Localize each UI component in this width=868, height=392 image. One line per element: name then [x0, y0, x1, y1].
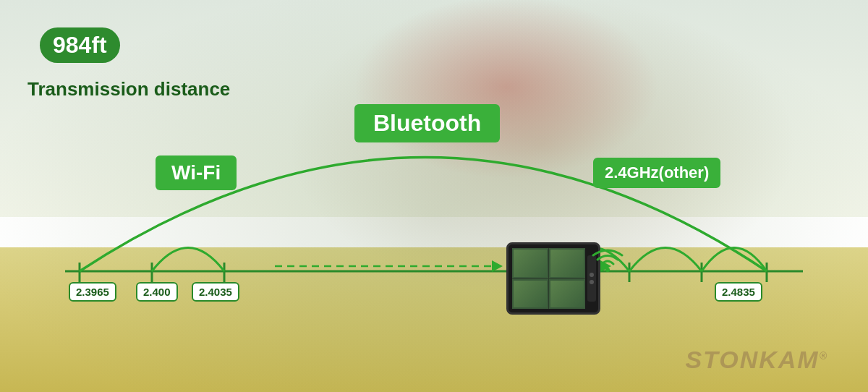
ghz-other-label: 2.4GHz(other) [593, 158, 720, 188]
brand-watermark: STONKAM® [685, 346, 828, 374]
wifi-label: Wi-Fi [156, 155, 237, 190]
freq-label-3: 2.4035 [192, 282, 239, 302]
screen-quad-4 [549, 279, 585, 310]
side-dot-2 [590, 280, 594, 284]
screen-quad-1 [512, 248, 548, 278]
monitor-screen [512, 248, 585, 309]
brand-symbol: ® [820, 350, 828, 362]
wifi-signal-icon [592, 244, 624, 276]
screen-quad-2 [549, 248, 585, 278]
freq-label-1: 2.3965 [69, 282, 116, 302]
brand-name: STONKAM [685, 346, 819, 373]
freq-label-4: 2.4835 [715, 282, 762, 302]
distance-badge: 984ft [40, 27, 120, 63]
monitor-device [506, 242, 600, 315]
bluetooth-label: Bluetooth [354, 104, 500, 142]
screen-quad-3 [512, 279, 548, 310]
transmission-label: Transmission distance [27, 78, 230, 101]
tractor-background [0, 0, 868, 392]
freq-label-2: 2.400 [136, 282, 178, 302]
svg-point-12 [605, 268, 610, 272]
